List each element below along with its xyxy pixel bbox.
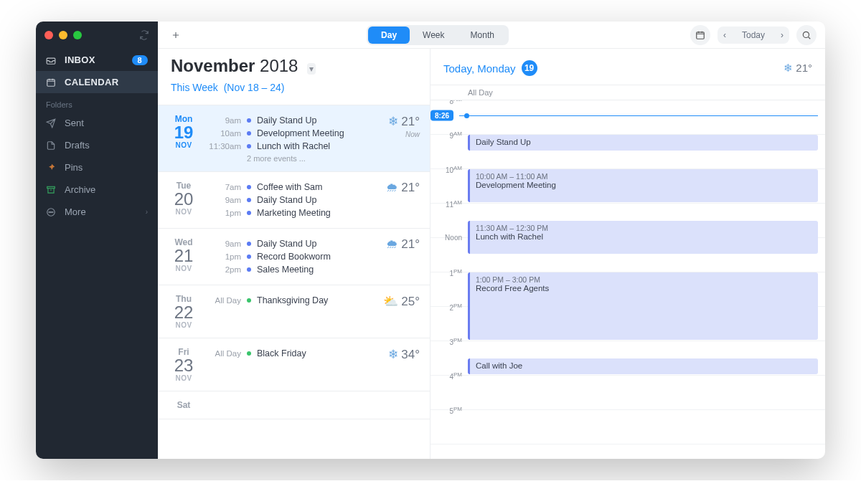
sidebar-item-drafts[interactable]: Drafts [36, 134, 158, 156]
agenda-event[interactable]: 11:30amLunch with Rachel [207, 140, 372, 153]
week-range: This Week (Nov 18 – 24) [171, 76, 417, 100]
weather-icon: ❄ [388, 348, 398, 361]
svg-rect-0 [47, 58, 55, 64]
svg-rect-7 [697, 32, 705, 38]
month-title[interactable]: November 2018 ▾ [171, 56, 417, 76]
calendar-label: CALENDAR [65, 77, 118, 87]
chevron-right-icon: › [146, 208, 148, 216]
hour-label: 4PM [430, 371, 465, 381]
sync-icon[interactable] [139, 30, 149, 40]
agenda-events: All DayThanksgiving Day [207, 294, 372, 329]
agenda-events: All DayBlack Friday [207, 347, 372, 382]
agenda-event[interactable]: All DayBlack Friday [207, 347, 372, 360]
agenda-events [207, 400, 372, 410]
toolbar: DayWeekMonth ‹ Today › [158, 22, 825, 49]
sidebar-section-folders: Folders [36, 93, 158, 112]
agenda-date: Mon19NOV [168, 114, 199, 163]
hour-label: 10AM [430, 165, 465, 174]
compose-button[interactable] [166, 26, 185, 44]
main: DayWeekMonth ‹ Today › November 2018 ▾ [158, 22, 825, 459]
now-line [459, 115, 818, 116]
chevron-down-icon[interactable]: ▾ [307, 63, 316, 75]
svg-point-5 [50, 211, 51, 212]
sidebar-item-pins[interactable]: Pins [36, 156, 158, 179]
folder-label: Archive [65, 184, 95, 195]
agenda-more[interactable]: 2 more events ... [207, 153, 372, 163]
agenda-list: Mon19NOV9amDaily Stand Up10amDevelopment… [158, 105, 430, 459]
agenda-date: Wed21NOV [168, 237, 199, 276]
today-button[interactable]: Today [732, 27, 775, 44]
view-segment: DayWeekMonth [367, 25, 509, 45]
agenda-event[interactable]: 9amDaily Stand Up [207, 237, 372, 250]
agenda-event[interactable]: 10amDevelopment Meeting [207, 127, 372, 140]
agenda-day[interactable]: Fri23NOVAll DayBlack Friday❄34° [158, 338, 430, 391]
segment-month[interactable]: Month [458, 27, 507, 44]
agenda-day[interactable]: Sat [158, 391, 430, 419]
inbox-label: INBOX [65, 54, 95, 65]
segment-week[interactable]: Week [410, 27, 457, 44]
agenda-event[interactable]: 9amDaily Stand Up [207, 194, 372, 206]
hour-label: 11AM [430, 199, 465, 209]
search-button[interactable] [796, 25, 817, 45]
agenda-day[interactable]: Mon19NOV9amDaily Stand Up10amDevelopment… [158, 105, 430, 172]
agenda-date: Sat [168, 400, 199, 410]
sidebar-item-inbox[interactable]: INBOX 8 [36, 49, 158, 71]
drafts-icon [46, 141, 57, 151]
agenda-date: Tue20NOV [168, 181, 199, 219]
folder-label: More [65, 206, 86, 217]
agenda-event[interactable]: 7amCoffee with Sam [207, 181, 372, 194]
hour-label: 3PM [430, 337, 465, 346]
sidebar-item-archive[interactable]: Archive [36, 179, 158, 201]
inbox-badge: 8 [132, 55, 148, 65]
agenda-event[interactable]: 2pmSales Meeting [207, 263, 372, 276]
agenda-events: 9amDaily Stand Up10amDevelopment Meeting… [207, 114, 372, 163]
agenda-event[interactable]: 1pmMarketing Meeting [207, 206, 372, 219]
minimize-window-button[interactable] [59, 31, 67, 39]
window-titlebar [36, 22, 158, 49]
agenda-weather [380, 400, 420, 410]
agenda-event[interactable]: 9amDaily Stand Up [207, 114, 372, 127]
timeline-event[interactable]: 1:00 PM – 3:00 PMRecord Free Agents [468, 272, 818, 340]
weather-icon: ⛅ [383, 295, 398, 308]
agenda-weather: 🌧21° [380, 181, 420, 219]
zoom-window-button[interactable] [73, 31, 82, 39]
agenda-weather: ❄21°Now [380, 114, 420, 163]
agenda-weather: ⛅25° [380, 294, 420, 329]
dayview-pane: Today, Monday 19 ❄ 21° All Day 8AM9AM10A… [430, 49, 825, 459]
timeline-event[interactable]: 10:00 AM – 11:00 AMDevelopment Meeting [468, 169, 818, 202]
calendar-icon [46, 77, 57, 87]
today-nav: ‹ Today › [718, 27, 789, 44]
more-icon [46, 207, 57, 217]
next-button[interactable]: › [775, 27, 789, 44]
now-dot [464, 113, 469, 118]
timeline-event[interactable]: Daily Stand Up [468, 135, 818, 151]
hour-label: 2PM [430, 303, 465, 312]
window-traffic-lights [44, 31, 82, 39]
agenda-day[interactable]: Wed21NOV9amDaily Stand Up1pmRecord Bookw… [158, 229, 430, 285]
agenda-event[interactable]: All DayThanksgiving Day [207, 294, 372, 307]
close-window-button[interactable] [44, 31, 53, 39]
agenda-date: Thu22NOV [168, 294, 199, 329]
sidebar-item-calendar[interactable]: CALENDAR [36, 71, 158, 93]
now-marker: 8:26 [430, 110, 453, 120]
agenda-pane: November 2018 ▾ This Week (Nov 18 – 24) … [158, 49, 430, 459]
agenda-events: 7amCoffee with Sam9amDaily Stand Up1pmMa… [207, 181, 372, 219]
mini-calendar-button[interactable] [690, 25, 710, 45]
agenda-event[interactable]: 1pmRecord Bookworm [207, 250, 372, 263]
timeline[interactable]: 8AM9AM10AM11AMNoon1PM2PM3PM4PM5PMDaily S… [430, 100, 825, 459]
segment-day[interactable]: Day [368, 27, 410, 44]
sidebar-item-more[interactable]: More › [36, 201, 158, 223]
timeline-event[interactable]: 11:30 AM – 12:30 PMLunch with Rachel [468, 221, 818, 254]
prev-button[interactable]: ‹ [718, 27, 732, 44]
agenda-day[interactable]: Tue20NOV7amCoffee with Sam9amDaily Stand… [158, 172, 430, 229]
hour-label: Noon [430, 234, 465, 242]
timeline-event[interactable]: Call with Joe [468, 358, 818, 374]
inbox-icon [46, 55, 57, 65]
dayview-weather: ❄ 21° [784, 62, 812, 75]
sidebar-item-sent[interactable]: Sent [36, 112, 158, 134]
hour-label: 1PM [430, 268, 465, 277]
svg-point-6 [52, 211, 53, 212]
agenda-day[interactable]: Thu22NOVAll DayThanksgiving Day⛅25° [158, 285, 430, 338]
sidebar: INBOX 8 CALENDAR Folders Sent Drafts [36, 22, 158, 459]
agenda-header: November 2018 ▾ This Week (Nov 18 – 24) [158, 49, 430, 105]
